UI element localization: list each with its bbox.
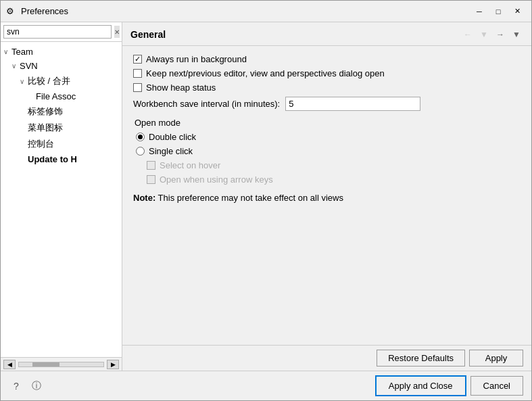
tree-item-console[interactable]: 控制台 bbox=[1, 136, 122, 152]
expand-icon-svn: ∨ bbox=[11, 62, 20, 70]
double-click-radio[interactable] bbox=[136, 133, 145, 141]
show-heap-checkbox[interactable] bbox=[133, 83, 142, 92]
help-icon-button[interactable]: ? bbox=[9, 379, 24, 394]
tree-label-svn: SVN bbox=[20, 61, 38, 71]
right-header: General ← ▼ → ▼ bbox=[122, 22, 531, 46]
scroll-thumb bbox=[32, 362, 59, 367]
workbench-save-input[interactable] bbox=[285, 97, 420, 111]
select-hover-checkbox bbox=[147, 161, 155, 170]
nav-back-dropdown-button[interactable]: ▼ bbox=[477, 28, 491, 41]
tree-item-svn[interactable]: ∨ SVN bbox=[1, 59, 122, 73]
minimize-button[interactable]: ─ bbox=[470, 4, 488, 19]
section-title: General bbox=[130, 29, 166, 40]
tree-item-team[interactable]: ∨ Team bbox=[1, 45, 122, 59]
double-click-row: Double click bbox=[133, 132, 521, 142]
double-click-label: Double click bbox=[149, 132, 196, 142]
footer: ? ⓘ Apply and Close Cancel bbox=[1, 371, 531, 400]
keep-next-prev-checkbox[interactable] bbox=[133, 69, 142, 78]
workbench-save-label: Workbench save interval (in minutes): bbox=[133, 99, 280, 109]
tree-label-label: 标签修饰 bbox=[28, 105, 63, 118]
tree-label-console: 控制台 bbox=[28, 138, 54, 150]
footer-actions: Apply and Close Cancel bbox=[375, 375, 523, 396]
option-keep-next-prev-row: Keep next/previous editor, view and pers… bbox=[133, 68, 521, 78]
tree-item-file-assoc[interactable]: File Assoc bbox=[1, 89, 122, 103]
tree-label-team: Team bbox=[11, 47, 33, 57]
note-bold: Note: bbox=[133, 193, 155, 203]
scroll-left-button[interactable]: ◀ bbox=[3, 360, 16, 369]
close-button[interactable]: ✕ bbox=[508, 4, 526, 19]
apply-close-button[interactable]: Apply and Close bbox=[375, 375, 466, 396]
select-hover-label: Select on hover bbox=[160, 160, 220, 170]
scroll-right-button[interactable]: ▶ bbox=[107, 360, 119, 369]
tree-item-compare-merge[interactable]: ∨ 比较 / 合并 bbox=[1, 73, 122, 89]
nav-buttons: ← ▼ → ▼ bbox=[461, 28, 523, 41]
right-panel: General ← ▼ → ▼ Always run in background bbox=[122, 22, 531, 371]
preferences-window: ⚙ Preferences ─ □ ✕ ✕ ∨ Team bbox=[0, 0, 532, 401]
restore-defaults-button[interactable]: Restore Defaults bbox=[377, 350, 465, 367]
note-body: This preference may not take effect on a… bbox=[155, 193, 343, 203]
window-title: Preferences bbox=[21, 6, 470, 16]
select-hover-row: Select on hover bbox=[133, 160, 521, 170]
scroll-track[interactable] bbox=[18, 362, 104, 367]
nav-forward-dropdown-button[interactable]: ▼ bbox=[510, 28, 523, 41]
show-heap-label: Show heap status bbox=[146, 82, 216, 93]
open-mode-label: Open mode bbox=[133, 118, 521, 128]
tree-item-update-to[interactable]: Update to H bbox=[1, 152, 122, 166]
keep-next-prev-label: Keep next/previous editor, view and pers… bbox=[146, 68, 385, 78]
info-icon-button[interactable]: ⓘ bbox=[29, 379, 44, 394]
left-panel-scrollbar: ◀ ▶ bbox=[1, 357, 122, 371]
expand-icon-team: ∨ bbox=[3, 48, 11, 55]
maximize-button[interactable]: □ bbox=[489, 4, 507, 19]
search-input[interactable] bbox=[3, 25, 112, 39]
tree-label-file-assoc: File Assoc bbox=[36, 91, 76, 101]
main-content: ✕ ∨ Team ∨ SVN bbox=[1, 22, 531, 371]
apply-button[interactable]: Apply bbox=[469, 350, 523, 367]
nav-forward-button[interactable]: → bbox=[493, 28, 507, 41]
note-row: Note: This preference may not take effec… bbox=[133, 193, 521, 203]
open-arrow-row: Open when using arrow keys bbox=[133, 174, 521, 185]
single-click-radio[interactable] bbox=[136, 147, 145, 156]
search-bar: ✕ bbox=[1, 22, 122, 42]
single-click-label: Single click bbox=[149, 146, 193, 156]
tree-label-update: Update to H bbox=[28, 154, 77, 164]
footer-icon-group: ? ⓘ bbox=[9, 379, 375, 394]
action-bar: Restore Defaults Apply bbox=[122, 345, 531, 371]
tree-label-compare: 比较 / 合并 bbox=[28, 75, 70, 87]
window-controls: ─ □ ✕ bbox=[470, 4, 526, 19]
tree-item-menu-icon[interactable]: 菜单图标 bbox=[1, 120, 122, 136]
expand-icon-compare: ∨ bbox=[20, 78, 28, 85]
tree-label-menu: 菜单图标 bbox=[28, 122, 63, 134]
nav-back-button[interactable]: ← bbox=[461, 28, 475, 41]
right-body: Always run in background Keep next/previ… bbox=[122, 46, 531, 345]
open-arrow-label: Open when using arrow keys bbox=[160, 174, 273, 185]
option-always-run-row: Always run in background bbox=[133, 54, 521, 64]
option-show-heap-row: Show heap status bbox=[133, 82, 521, 93]
always-run-label: Always run in background bbox=[146, 54, 247, 64]
app-icon: ⚙ bbox=[6, 6, 17, 17]
tree-item-label-decorator[interactable]: 标签修饰 bbox=[1, 103, 122, 120]
always-run-checkbox[interactable] bbox=[133, 55, 142, 64]
title-bar: ⚙ Preferences ─ □ ✕ bbox=[1, 1, 531, 22]
preference-tree: ∨ Team ∨ SVN ∨ 比较 / 合并 bbox=[1, 42, 122, 357]
left-panel: ✕ ∨ Team ∨ SVN bbox=[1, 22, 122, 371]
workbench-save-row: Workbench save interval (in minutes): bbox=[133, 97, 521, 111]
search-clear-button[interactable]: ✕ bbox=[114, 26, 120, 38]
single-click-row: Single click bbox=[133, 146, 521, 156]
open-arrow-checkbox bbox=[147, 175, 155, 184]
cancel-button[interactable]: Cancel bbox=[470, 376, 523, 396]
